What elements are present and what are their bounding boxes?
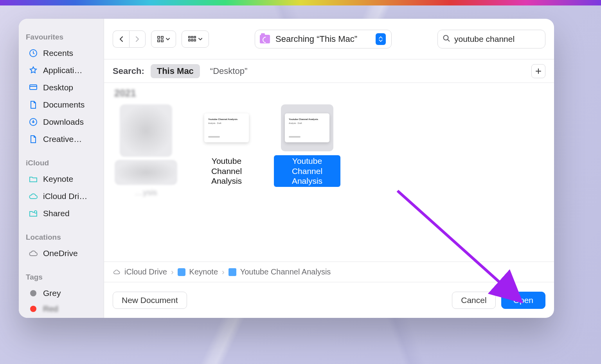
view-group-button[interactable] [182,30,209,48]
scope-this-mac[interactable]: This Mac [151,64,200,78]
search-scope-row: Search: This Mac “Desktop” [104,59,554,83]
location-stepper-icon [376,33,386,45]
cancel-button[interactable]: Cancel [452,292,495,309]
file-item[interactable]: Youtube Channel AnalysisAnalysis · Draft… [193,104,260,187]
desktop-icon [28,82,38,93]
sidebar-item-label: Red [43,304,58,314]
file-item[interactable]: …ysis [113,104,179,198]
new-document-button[interactable]: New Document [113,292,187,309]
dialog-footer: New Document Cancel Open [104,282,554,318]
download-icon [28,117,38,127]
svg-rect-13 [194,39,196,41]
svg-rect-1 [30,85,37,90]
svg-point-3 [34,211,37,213]
file-item-selected[interactable]: Youtube Channel AnalysisAnalysis · Draft… [274,104,340,187]
file-open-dialog: Favourites Recents Applicati… Desktop Do… [19,19,554,318]
sidebar-item-icloud-drive[interactable]: iCloud Dri… [26,188,100,205]
sidebar-item-desktop[interactable]: Desktop [26,79,100,96]
add-filter-button[interactable] [531,64,545,78]
sidebar-item-creative[interactable]: Creative… [26,131,100,148]
file-name: …ysis [131,186,160,198]
file-name: Youtube Channel Analysis [193,155,260,187]
sidebar-tag-red[interactable]: Red [26,300,100,317]
sidebar-item-shared[interactable]: Shared [26,205,100,222]
svg-rect-11 [189,39,190,41]
smart-folder-icon [260,35,270,43]
crumb-label[interactable]: Youtube Channel Analysis [240,267,331,276]
sidebar-item-label: OneDrive [43,249,78,258]
back-button[interactable] [113,30,129,48]
sidebar-section-favourites: Favourites [26,33,100,41]
nav-buttons [113,30,146,48]
keynote-doc-icon [229,268,236,276]
chevron-right-icon: › [222,267,225,276]
sidebar-item-label: Desktop [43,83,73,92]
svg-rect-8 [189,36,190,38]
svg-point-14 [444,35,448,40]
sidebar-section-tags: Tags [26,273,100,282]
search-scope-label: Search: [113,66,144,76]
file-name: Youtube Channel Analysis [274,155,340,187]
doc-icon [28,100,38,110]
svg-rect-12 [191,39,193,41]
svg-rect-4 [158,36,160,38]
sidebar-item-label: Recents [43,48,73,58]
location-text: Searching “This Mac” [275,34,357,44]
sidebar-tag-grey[interactable]: Grey [26,285,100,302]
sidebar-item-applications[interactable]: Applicati… [26,62,100,79]
keynote-app-icon [178,268,185,276]
sidebar-item-label: Applicati… [43,66,82,75]
tag-dot-icon [28,288,38,298]
chevron-right-icon: › [171,267,174,276]
folder-icon [28,174,38,184]
file-grid[interactable]: 2021 …ysis Youtube Channel AnalysisAnaly… [104,83,554,262]
search-icon [443,34,450,44]
search-field[interactable] [437,30,545,48]
sidebar-section-icloud: iCloud [26,159,100,167]
svg-rect-5 [161,36,163,38]
sidebar-item-label: Creative… [43,134,82,144]
cloud-icon [28,248,38,258]
scope-desktop[interactable]: “Desktop” [204,64,254,78]
sidebar-item-label: Documents [43,100,85,109]
group-year: 2021 [114,88,545,99]
cloud-icon [113,268,121,276]
sidebar-item-downloads[interactable]: Downloads [26,113,100,131]
file-thumbnail [120,104,172,157]
cloud-icon [28,191,38,201]
sidebar: Favourites Recents Applicati… Desktop Do… [19,19,104,318]
shared-folder-icon [28,208,38,219]
forward-button[interactable] [129,30,146,48]
tag-dot-icon [28,304,38,314]
app-icon [28,65,38,75]
main-panel: Searching “This Mac” Search: This Mac “D… [104,19,554,318]
search-input[interactable] [454,34,554,44]
svg-rect-9 [191,36,193,38]
sidebar-item-recents[interactable]: Recents [26,45,100,62]
sidebar-item-keynote[interactable]: Keynote [26,170,100,188]
svg-rect-10 [194,36,196,38]
sidebar-item-onedrive[interactable]: OneDrive [26,245,100,262]
sidebar-item-label: Grey [43,289,61,298]
doc-icon [28,134,38,144]
file-thumbnail: Youtube Channel AnalysisAnalysis · Draft [204,113,249,142]
sidebar-item-documents[interactable]: Documents [26,96,100,113]
sidebar-item-label: iCloud Dri… [43,192,87,201]
clock-icon [28,48,38,58]
sidebar-item-label: Downloads [43,117,84,127]
svg-rect-7 [161,40,163,42]
sidebar-item-label: Keynote [43,174,73,184]
crumb-label[interactable]: iCloud Drive [124,267,167,276]
sidebar-item-label: Shared [43,209,70,218]
path-bar: iCloud Drive › Keynote › Youtube Channel… [104,262,554,282]
open-button[interactable]: Open [501,292,545,309]
chevron-down-icon [166,37,170,41]
file-thumbnail [115,160,177,185]
file-thumbnail: Youtube Channel AnalysisAnalysis · Draft [285,113,329,142]
chevron-down-icon [198,37,203,41]
location-popup[interactable]: Searching “This Mac” [255,30,392,48]
svg-rect-6 [158,40,160,42]
crumb-label[interactable]: Keynote [189,267,218,276]
view-icons-button[interactable] [151,30,176,48]
toolbar: Searching “This Mac” [104,19,554,59]
